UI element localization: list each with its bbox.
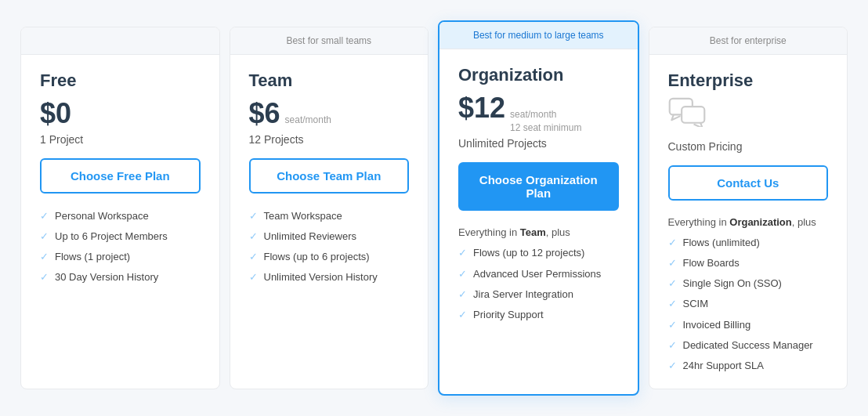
plan-price-detail-organization: seat/month 12 seat minimum (510, 108, 581, 135)
check-icon: ✓ (40, 271, 49, 283)
feature-item: ✓ 24hr Support SLA (668, 359, 829, 373)
feature-item: ✓ Advanced User Permissions (458, 267, 619, 281)
features-intro-bold: Organization (729, 216, 791, 228)
check-icon: ✓ (40, 251, 49, 262)
plan-name-free: Free (40, 71, 201, 91)
chat-icon (668, 97, 829, 134)
feature-text: 30 Day Version History (55, 270, 158, 284)
check-icon: ✓ (458, 288, 467, 300)
feature-item: ✓ Flows (up to 6 projects) (249, 250, 410, 264)
check-icon: ✓ (458, 309, 467, 320)
plan-badge-team: Best for small teams (230, 27, 429, 55)
choose-free-button[interactable]: Choose Free Plan (40, 158, 201, 194)
plan-name-organization: Organization (458, 65, 619, 85)
plan-badge-free (21, 27, 219, 55)
plan-body-team: Team $6 seat/month 12 Projects Choose Te… (230, 55, 429, 389)
plan-projects-free: 1 Project (40, 133, 201, 146)
feature-text: Invoiced Billing (683, 318, 751, 332)
feature-text: Team Workspace (264, 209, 342, 223)
feature-text: Flows (up to 6 projects) (264, 250, 370, 264)
check-icon: ✓ (668, 319, 677, 331)
feature-item: ✓ Unlimited Version History (249, 270, 410, 284)
feature-item: ✓ Team Workspace (249, 209, 410, 223)
choose-organization-button[interactable]: Choose Organization Plan (458, 162, 619, 211)
plan-card-free: Free $0 1 Project Choose Free Plan ✓ Per… (20, 27, 220, 389)
feature-item: ✓ 30 Day Version History (40, 270, 201, 284)
svg-rect-1 (682, 107, 704, 123)
choose-team-button[interactable]: Choose Team Plan (249, 158, 410, 194)
feature-text: Flows (up to 12 projects) (473, 246, 584, 260)
plan-badge-organization: Best for medium to large teams (439, 22, 638, 49)
feature-item: ✓ SCIM (668, 297, 829, 311)
feature-text: Personal Workspace (55, 209, 149, 223)
plan-card-organization: Best for medium to large teams Organizat… (438, 20, 639, 396)
features-intro-text: Everything in (458, 226, 520, 238)
plan-card-team: Best for small teams Team $6 seat/month … (230, 27, 429, 389)
check-icon: ✓ (668, 277, 677, 289)
feature-list-enterprise: ✓ Flows (unlimited) ✓ Flow Boards ✓ Sing… (668, 236, 829, 373)
feature-text: Unlimited Reviewers (264, 230, 356, 244)
feature-text: Flows (1 project) (55, 250, 130, 264)
check-icon: ✓ (249, 251, 258, 262)
feature-item: ✓ Jira Server Integration (458, 288, 619, 302)
feature-item: ✓ Flows (1 project) (40, 250, 201, 264)
feature-item: ✓ Single Sign On (SSO) (668, 277, 829, 291)
feature-text: Up to 6 Project Members (55, 230, 168, 244)
feature-text: Jira Server Integration (473, 288, 573, 302)
plan-amount-organization: $12 (458, 92, 505, 125)
features-intro-suffix: , plus (792, 216, 816, 228)
plan-amount-team: $6 (249, 97, 280, 130)
check-icon: ✓ (458, 247, 467, 259)
contact-us-button[interactable]: Contact Us (668, 165, 829, 201)
plan-body-organization: Organization $12 seat/month 12 seat mini… (439, 49, 638, 394)
plan-name-enterprise: Enterprise (668, 71, 829, 91)
check-icon: ✓ (40, 210, 49, 222)
plan-price-free: $0 (40, 97, 201, 130)
plan-badge-enterprise: Best for enterprise (649, 27, 848, 55)
feature-text: SCIM (683, 297, 709, 311)
feature-list-team: ✓ Team Workspace ✓ Unlimited Reviewers ✓… (249, 209, 410, 285)
plan-name-team: Team (249, 71, 410, 91)
check-icon: ✓ (668, 298, 677, 309)
feature-item: ✓ Invoiced Billing (668, 318, 829, 332)
plan-projects-team: 12 Projects (249, 133, 410, 146)
check-icon: ✓ (668, 360, 677, 371)
check-icon: ✓ (668, 237, 677, 248)
feature-item: ✓ Flows (up to 12 projects) (458, 246, 619, 260)
features-intro-enterprise: Everything in Organization, plus (668, 216, 829, 228)
feature-text: 24hr Support SLA (683, 359, 764, 373)
feature-text: Flow Boards (683, 256, 740, 270)
check-icon: ✓ (249, 210, 258, 222)
feature-item: ✓ Unlimited Reviewers (249, 230, 410, 244)
plan-body-enterprise: Enterprise Custom Pricing Contact Us Eve… (649, 55, 848, 389)
plan-amount-free: $0 (40, 97, 71, 130)
check-icon: ✓ (249, 230, 258, 242)
check-icon: ✓ (249, 271, 258, 283)
plan-price-team: $6 seat/month (249, 97, 410, 130)
features-intro-bold: Team (520, 226, 546, 238)
features-intro-text: Everything in (668, 216, 730, 228)
check-icon: ✓ (40, 230, 49, 242)
plan-price-organization: $12 seat/month 12 seat minimum (458, 92, 619, 135)
feature-text: Dedicated Success Manager (683, 338, 813, 353)
feature-text: Flows (unlimited) (683, 236, 760, 250)
plan-projects-organization: Unlimited Projects (458, 137, 619, 150)
features-intro-suffix: , plus (546, 226, 570, 238)
features-intro-organization: Everything in Team, plus (458, 226, 619, 238)
feature-list-free: ✓ Personal Workspace ✓ Up to 6 Project M… (40, 209, 201, 285)
feature-text: Unlimited Version History (264, 270, 378, 284)
feature-item: ✓ Dedicated Success Manager (668, 338, 829, 353)
check-icon: ✓ (668, 257, 677, 269)
feature-list-organization: ✓ Flows (up to 12 projects) ✓ Advanced U… (458, 246, 619, 322)
plan-custom-pricing: Custom Pricing (668, 140, 829, 153)
feature-text: Priority Support (473, 308, 544, 322)
check-icon: ✓ (458, 268, 467, 280)
feature-item: ✓ Priority Support (458, 308, 619, 322)
check-icon: ✓ (668, 339, 677, 351)
feature-item: ✓ Personal Workspace (40, 209, 201, 223)
plan-price-detail-team: seat/month (285, 114, 331, 127)
feature-text: Advanced User Permissions (473, 267, 601, 281)
plan-card-enterprise: Best for enterprise Enterprise Custom Pr… (649, 27, 848, 389)
pricing-container: Free $0 1 Project Choose Free Plan ✓ Per… (16, 27, 852, 389)
feature-item: ✓ Up to 6 Project Members (40, 230, 201, 244)
